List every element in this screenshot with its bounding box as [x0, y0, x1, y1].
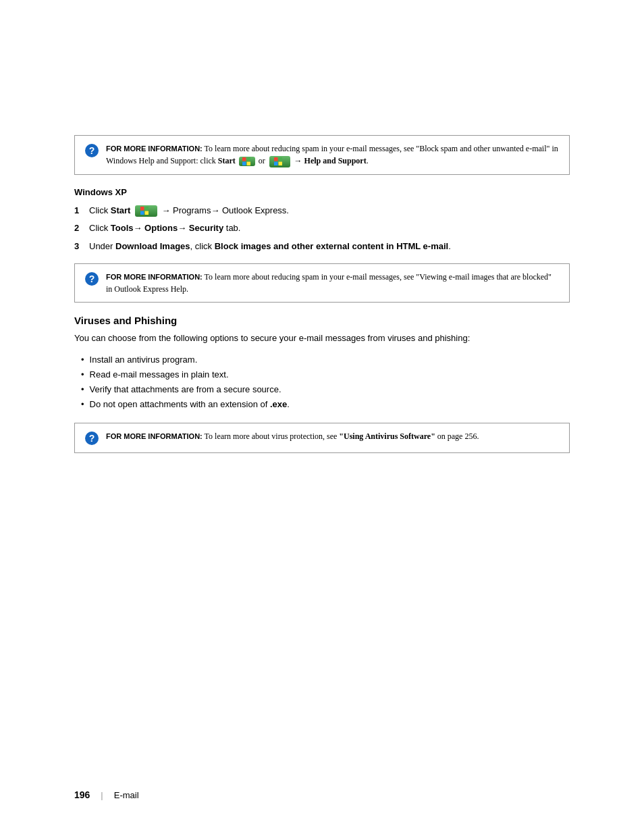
bullet-2: Read e-mail messages in plain text. — [81, 367, 570, 382]
info-icon-1: ? — [84, 143, 99, 158]
step-3-num: 3 — [74, 240, 89, 253]
info-icon-3: ? — [84, 431, 99, 446]
step-1: 1 Click Start → Programs→ Outlook Exp — [74, 204, 570, 217]
bullet-1-text: Install an antivirus program. — [90, 353, 198, 367]
step-2: 2 Click Tools→ Options→ Security tab. — [74, 221, 570, 235]
info-box-3-text: To learn more about virus protection, se… — [205, 432, 479, 441]
page-divider: | — [101, 790, 103, 800]
step-1-text: Click Start → Programs→ Outlook Express. — [89, 204, 289, 217]
windows-xp-label: Windows XP — [74, 187, 570, 197]
info-box-1-label: FOR MORE INFORMATION: — [106, 145, 203, 153]
info-box-2: ? FOR MORE INFORMATION: To learn more ab… — [74, 263, 570, 303]
svg-rect-2 — [242, 157, 246, 161]
info-box-2-label: FOR MORE INFORMATION: — [106, 273, 203, 281]
info-box-1: ? FOR MORE INFORMATION: To learn more ab… — [74, 135, 570, 175]
info-box-3-label: FOR MORE INFORMATION: — [106, 432, 203, 440]
page-section: E-mail — [114, 790, 139, 800]
svg-rect-3 — [246, 157, 250, 161]
info-box-1-content: FOR MORE INFORMATION: To learn more abou… — [106, 142, 560, 167]
svg-text:?: ? — [89, 145, 95, 156]
bullet-4-text: Do not open attachments with an extensio… — [90, 397, 290, 412]
svg-rect-9 — [278, 162, 282, 166]
step-list: 1 Click Start → Programs→ Outlook Exp — [74, 204, 570, 253]
svg-rect-13 — [145, 211, 149, 215]
svg-rect-10 — [140, 207, 144, 211]
page-footer: 196 | E-mail — [74, 789, 139, 800]
bullet-3-text: Verify that attachments are from a secur… — [90, 382, 281, 397]
svg-rect-11 — [145, 207, 149, 211]
bullet-3: Verify that attachments are from a secur… — [81, 382, 570, 397]
viruses-bullets: Install an antivirus program. Read e-mai… — [81, 353, 570, 412]
step-3-text: Under Download Images, click Block image… — [89, 240, 451, 253]
step-2-text: Click Tools→ Options→ Security tab. — [89, 221, 240, 235]
bullet-1: Install an antivirus program. — [81, 353, 570, 367]
viruses-intro: You can choose from the following option… — [74, 332, 570, 346]
page-number: 196 — [74, 789, 90, 800]
step-1-num: 1 — [74, 204, 89, 217]
svg-rect-12 — [140, 211, 144, 215]
page: ? FOR MORE INFORMATION: To learn more ab… — [0, 0, 644, 834]
step-3: 3 Under Download Images, click Block ima… — [74, 240, 570, 253]
bullet-2-text: Read e-mail messages in plain text. — [90, 367, 229, 382]
svg-text:?: ? — [89, 433, 95, 444]
svg-rect-5 — [246, 162, 250, 166]
svg-rect-6 — [274, 157, 278, 161]
info-icon-2: ? — [84, 271, 99, 286]
info-box-2-content: FOR MORE INFORMATION: To learn more abou… — [106, 271, 560, 295]
svg-rect-7 — [278, 157, 282, 161]
info-box-3: ? FOR MORE INFORMATION: To learn more ab… — [74, 423, 570, 453]
step-2-num: 2 — [74, 221, 89, 235]
info-box-3-content: FOR MORE INFORMATION: To learn more abou… — [106, 430, 479, 442]
svg-text:?: ? — [89, 273, 95, 284]
svg-rect-8 — [274, 162, 278, 166]
bullet-4: Do not open attachments with an extensio… — [81, 397, 570, 412]
svg-rect-4 — [242, 162, 246, 166]
section-title-viruses: Viruses and Phishing — [74, 315, 570, 326]
